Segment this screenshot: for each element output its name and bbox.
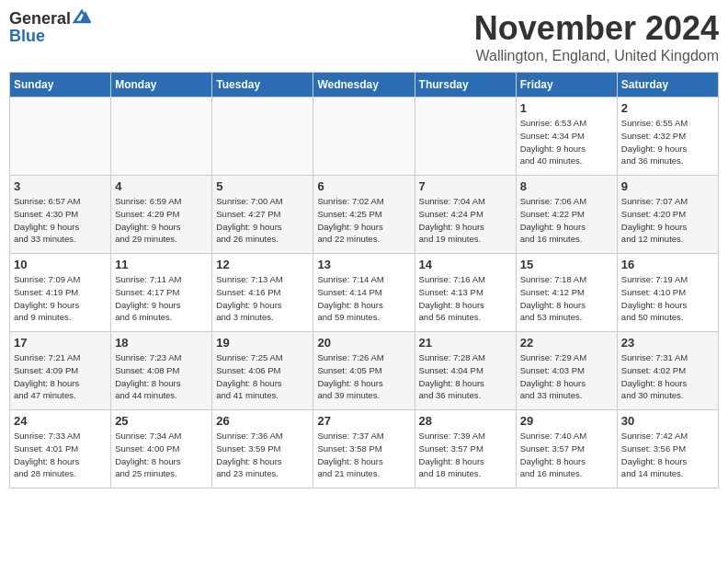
calendar-cell: 30Sunrise: 7:42 AM Sunset: 3:56 PM Dayli… — [617, 410, 718, 488]
day-info: Sunrise: 7:18 AM Sunset: 4:12 PM Dayligh… — [520, 273, 613, 324]
day-info: Sunrise: 6:55 AM Sunset: 4:32 PM Dayligh… — [621, 117, 714, 167]
col-header-saturday: Saturday — [617, 73, 718, 98]
calendar-cell: 24Sunrise: 7:33 AM Sunset: 4:01 PM Dayli… — [10, 410, 111, 488]
calendar-cell: 21Sunrise: 7:28 AM Sunset: 4:04 PM Dayli… — [415, 332, 516, 410]
day-number: 8 — [520, 179, 613, 193]
day-info: Sunrise: 6:53 AM Sunset: 4:34 PM Dayligh… — [520, 117, 613, 167]
col-header-monday: Monday — [111, 73, 212, 98]
day-number: 1 — [520, 101, 613, 115]
day-number: 22 — [520, 336, 613, 350]
calendar-cell: 26Sunrise: 7:36 AM Sunset: 3:59 PM Dayli… — [212, 410, 313, 488]
day-number: 9 — [621, 179, 714, 193]
day-number: 17 — [14, 336, 107, 350]
day-info: Sunrise: 7:39 AM Sunset: 3:57 PM Dayligh… — [419, 430, 512, 480]
calendar-cell: 25Sunrise: 7:34 AM Sunset: 4:00 PM Dayli… — [111, 410, 212, 488]
calendar-cell — [212, 98, 313, 176]
calendar-cell: 16Sunrise: 7:19 AM Sunset: 4:10 PM Dayli… — [617, 254, 718, 332]
calendar-week-row: 1Sunrise: 6:53 AM Sunset: 4:34 PM Daylig… — [10, 98, 719, 176]
day-number: 2 — [621, 101, 714, 115]
calendar-cell: 18Sunrise: 7:23 AM Sunset: 4:08 PM Dayli… — [111, 332, 212, 410]
day-info: Sunrise: 7:25 AM Sunset: 4:06 PM Dayligh… — [216, 351, 309, 402]
calendar-cell: 10Sunrise: 7:09 AM Sunset: 4:19 PM Dayli… — [10, 254, 111, 332]
logo-line1: General — [9, 9, 93, 29]
calendar-cell: 17Sunrise: 7:21 AM Sunset: 4:09 PM Dayli… — [10, 332, 111, 410]
col-header-tuesday: Tuesday — [212, 73, 313, 98]
day-info: Sunrise: 7:04 AM Sunset: 4:24 PM Dayligh… — [419, 195, 512, 246]
day-info: Sunrise: 7:09 AM Sunset: 4:19 PM Dayligh… — [14, 273, 107, 324]
day-number: 27 — [317, 414, 410, 428]
calendar-cell: 13Sunrise: 7:14 AM Sunset: 4:14 PM Dayli… — [313, 254, 415, 332]
day-info: Sunrise: 7:06 AM Sunset: 4:22 PM Dayligh… — [520, 195, 613, 246]
calendar-cell — [10, 98, 111, 176]
day-number: 26 — [216, 414, 309, 428]
day-number: 20 — [317, 336, 410, 350]
calendar-cell: 7Sunrise: 7:04 AM Sunset: 4:24 PM Daylig… — [415, 176, 516, 254]
day-info: Sunrise: 6:57 AM Sunset: 4:30 PM Dayligh… — [14, 195, 107, 246]
calendar-cell: 28Sunrise: 7:39 AM Sunset: 3:57 PM Dayli… — [415, 410, 516, 488]
calendar-cell: 22Sunrise: 7:29 AM Sunset: 4:03 PM Dayli… — [516, 332, 617, 410]
day-info: Sunrise: 7:23 AM Sunset: 4:08 PM Dayligh… — [115, 351, 208, 402]
day-number: 24 — [14, 414, 107, 428]
logo-arrow-icon — [73, 9, 93, 24]
day-info: Sunrise: 7:16 AM Sunset: 4:13 PM Dayligh… — [419, 273, 512, 324]
day-number: 18 — [115, 336, 208, 350]
day-number: 11 — [115, 258, 208, 271]
logo-line2: Blue — [9, 27, 45, 46]
day-info: Sunrise: 7:21 AM Sunset: 4:09 PM Dayligh… — [14, 351, 107, 402]
calendar-cell: 14Sunrise: 7:16 AM Sunset: 4:13 PM Dayli… — [415, 254, 516, 332]
calendar-cell: 11Sunrise: 7:11 AM Sunset: 4:17 PM Dayli… — [111, 254, 212, 332]
page-header: General Blue November 2024 Wallington, E… — [9, 9, 719, 64]
day-number: 4 — [115, 179, 208, 193]
day-info: Sunrise: 7:26 AM Sunset: 4:05 PM Dayligh… — [317, 351, 410, 402]
calendar-cell: 23Sunrise: 7:31 AM Sunset: 4:02 PM Dayli… — [617, 332, 718, 410]
calendar-cell: 3Sunrise: 6:57 AM Sunset: 4:30 PM Daylig… — [10, 176, 111, 254]
day-info: Sunrise: 7:40 AM Sunset: 3:57 PM Dayligh… — [520, 430, 613, 480]
col-header-thursday: Thursday — [415, 73, 516, 98]
calendar-week-row: 24Sunrise: 7:33 AM Sunset: 4:01 PM Dayli… — [10, 410, 719, 488]
day-info: Sunrise: 7:02 AM Sunset: 4:25 PM Dayligh… — [317, 195, 410, 246]
day-number: 13 — [317, 258, 410, 271]
calendar-cell: 8Sunrise: 7:06 AM Sunset: 4:22 PM Daylig… — [516, 176, 617, 254]
day-number: 7 — [419, 179, 512, 193]
logo: General Blue — [9, 9, 93, 46]
day-number: 6 — [317, 179, 410, 193]
title-section: November 2024 Wallington, England, Unite… — [474, 9, 719, 64]
calendar-cell: 6Sunrise: 7:02 AM Sunset: 4:25 PM Daylig… — [313, 176, 415, 254]
day-info: Sunrise: 7:37 AM Sunset: 3:58 PM Dayligh… — [317, 430, 410, 480]
day-info: Sunrise: 7:33 AM Sunset: 4:01 PM Dayligh… — [14, 430, 107, 480]
day-info: Sunrise: 7:31 AM Sunset: 4:02 PM Dayligh… — [621, 351, 714, 402]
day-number: 10 — [14, 258, 107, 271]
day-info: Sunrise: 7:00 AM Sunset: 4:27 PM Dayligh… — [216, 195, 309, 246]
day-info: Sunrise: 7:28 AM Sunset: 4:04 PM Dayligh… — [419, 351, 512, 402]
day-info: Sunrise: 7:11 AM Sunset: 4:17 PM Dayligh… — [115, 273, 208, 324]
day-info: Sunrise: 7:14 AM Sunset: 4:14 PM Dayligh… — [317, 273, 410, 324]
day-info: Sunrise: 7:13 AM Sunset: 4:16 PM Dayligh… — [216, 273, 309, 324]
day-info: Sunrise: 7:36 AM Sunset: 3:59 PM Dayligh… — [216, 430, 309, 480]
day-number: 29 — [520, 414, 613, 428]
calendar-week-row: 10Sunrise: 7:09 AM Sunset: 4:19 PM Dayli… — [10, 254, 719, 332]
calendar-cell: 20Sunrise: 7:26 AM Sunset: 4:05 PM Dayli… — [313, 332, 415, 410]
day-info: Sunrise: 7:07 AM Sunset: 4:20 PM Dayligh… — [621, 195, 714, 246]
day-info: Sunrise: 7:34 AM Sunset: 4:00 PM Dayligh… — [115, 430, 208, 480]
calendar-cell: 4Sunrise: 6:59 AM Sunset: 4:29 PM Daylig… — [111, 176, 212, 254]
calendar-header-row: SundayMondayTuesdayWednesdayThursdayFrid… — [10, 73, 719, 98]
day-number: 23 — [621, 336, 714, 350]
calendar-cell: 9Sunrise: 7:07 AM Sunset: 4:20 PM Daylig… — [617, 176, 718, 254]
calendar-cell: 27Sunrise: 7:37 AM Sunset: 3:58 PM Dayli… — [313, 410, 415, 488]
calendar-table: SundayMondayTuesdayWednesdayThursdayFrid… — [9, 72, 719, 488]
calendar-cell — [111, 98, 212, 176]
day-number: 28 — [419, 414, 512, 428]
location-subtitle: Wallington, England, United Kingdom — [474, 48, 719, 64]
calendar-cell: 5Sunrise: 7:00 AM Sunset: 4:27 PM Daylig… — [212, 176, 313, 254]
calendar-week-row: 3Sunrise: 6:57 AM Sunset: 4:30 PM Daylig… — [10, 176, 719, 254]
calendar-week-row: 17Sunrise: 7:21 AM Sunset: 4:09 PM Dayli… — [10, 332, 719, 410]
col-header-sunday: Sunday — [10, 73, 111, 98]
day-info: Sunrise: 7:29 AM Sunset: 4:03 PM Dayligh… — [520, 351, 613, 402]
calendar-cell: 29Sunrise: 7:40 AM Sunset: 3:57 PM Dayli… — [516, 410, 617, 488]
day-info: Sunrise: 7:42 AM Sunset: 3:56 PM Dayligh… — [621, 430, 714, 480]
day-number: 25 — [115, 414, 208, 428]
calendar-cell — [415, 98, 516, 176]
calendar-cell: 2Sunrise: 6:55 AM Sunset: 4:32 PM Daylig… — [617, 98, 718, 176]
col-header-wednesday: Wednesday — [313, 73, 415, 98]
day-number: 16 — [621, 258, 714, 271]
